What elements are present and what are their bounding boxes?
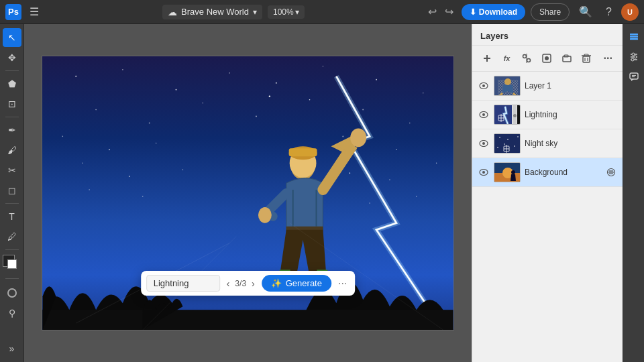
svg-point-69 xyxy=(504,78,511,85)
background-color[interactable] xyxy=(7,259,17,269)
download-button[interactable]: ⬇ Download xyxy=(462,4,525,20)
pen-tool-btn[interactable]: 🖊 xyxy=(3,227,21,246)
more-tools-btn[interactable]: » xyxy=(3,339,21,358)
generate-input[interactable] xyxy=(146,275,220,292)
svg-point-84 xyxy=(497,147,498,148)
layer-visibility-toggle-lightning[interactable] xyxy=(478,109,490,121)
svg-point-82 xyxy=(504,143,505,145)
chevron-down-icon[interactable]: ▾ xyxy=(253,7,257,17)
layers-panel-header: Layers xyxy=(472,24,623,46)
svg-point-64 xyxy=(482,84,485,87)
svg-point-42 xyxy=(258,207,272,223)
svg-point-52 xyxy=(527,59,531,62)
add-layer-button[interactable] xyxy=(478,50,496,67)
svg-point-93 xyxy=(511,170,515,174)
adjustment-button[interactable] xyxy=(517,50,536,67)
brush-tool-btn[interactable]: 🖌 xyxy=(3,141,21,160)
zoom-chevron-icon: ▾ xyxy=(295,7,299,17)
gradient-tool-btn[interactable]: ⚲ xyxy=(3,304,21,322)
select-tool-btn[interactable]: ↖ xyxy=(3,28,21,47)
help-icon[interactable]: ? xyxy=(602,3,616,21)
prev-generation-button[interactable]: ‹ xyxy=(224,277,233,290)
svg-point-22 xyxy=(82,162,83,164)
svg-point-55 xyxy=(545,56,549,60)
more-layer-options-button[interactable]: ··· xyxy=(598,50,617,67)
color-pair[interactable] xyxy=(3,255,21,274)
undo-redo-group: ↩ ↪ xyxy=(425,4,456,19)
canvas-area: ‹ 3/3 › ✨ Generate ··· xyxy=(24,24,472,362)
svg-rect-99 xyxy=(630,36,638,38)
svg-point-89 xyxy=(482,171,485,174)
generate-button[interactable]: ✨ Generate xyxy=(262,275,331,292)
layers-toolbar: fx ··· xyxy=(472,46,623,72)
zoom-level: 100% xyxy=(273,7,294,17)
tool-separator-3 xyxy=(5,203,19,204)
svg-point-18 xyxy=(156,143,156,143)
next-generation-button[interactable]: › xyxy=(249,277,258,290)
right-icons-panel xyxy=(623,24,644,362)
svg-rect-50 xyxy=(484,58,490,59)
svg-point-20 xyxy=(396,149,397,151)
search-icon[interactable]: 🔍 xyxy=(575,3,596,21)
text-tool-btn[interactable]: T xyxy=(3,207,21,226)
svg-point-14 xyxy=(362,109,364,111)
layer-row-background[interactable]: Background xyxy=(472,158,623,187)
layer-row-lightning[interactable]: Lightning xyxy=(472,101,623,129)
generate-label: Generate xyxy=(286,278,322,288)
hamburger-menu[interactable]: ☰ xyxy=(27,3,42,21)
layers-panel-icon[interactable] xyxy=(625,28,643,46)
svg-point-19 xyxy=(342,135,343,137)
cloud-icon: ☁ xyxy=(168,7,177,17)
layer-visibility-toggle-layer1[interactable] xyxy=(478,80,490,92)
svg-rect-45 xyxy=(43,310,453,330)
zoom-control[interactable]: 100% ▾ xyxy=(268,5,305,19)
layer-name-lightning: Lightning xyxy=(525,110,617,119)
layers-list: Layer 1 xyxy=(472,72,623,362)
layer-thumbnail-lightning xyxy=(494,105,521,125)
properties-panel-icon[interactable] xyxy=(625,48,643,66)
group-layers-button[interactable] xyxy=(557,50,576,67)
svg-point-8 xyxy=(423,93,424,94)
user-avatar[interactable]: U xyxy=(621,3,639,21)
delete-layer-button[interactable] xyxy=(578,50,596,67)
svg-point-12 xyxy=(256,116,257,117)
lasso-tool-btn[interactable]: ⬟ xyxy=(3,74,21,93)
layer-name-background: Background xyxy=(525,168,601,177)
generate-toolbar: ‹ 3/3 › ✨ Generate ··· xyxy=(141,271,356,296)
svg-point-41 xyxy=(350,128,366,147)
clone-tool-btn[interactable]: ✂ xyxy=(3,161,21,180)
svg-point-11 xyxy=(203,103,203,103)
svg-rect-100 xyxy=(630,34,638,36)
svg-point-32 xyxy=(369,202,370,204)
svg-point-27 xyxy=(389,179,390,180)
share-button[interactable]: Share xyxy=(531,3,570,21)
eyedropper-tool-btn[interactable]: ✒ xyxy=(3,121,21,139)
doc-info: ☁ Brave New World ▾ xyxy=(162,5,262,19)
svg-rect-58 xyxy=(583,56,590,62)
move-tool-btn[interactable]: ✥ xyxy=(3,48,21,67)
layer-thumbnail-background xyxy=(494,162,521,182)
effects-button[interactable]: fx xyxy=(498,50,517,67)
more-options-button[interactable]: ··· xyxy=(335,276,350,291)
layer-settings-icon[interactable] xyxy=(605,166,617,178)
svg-point-15 xyxy=(409,123,410,123)
layer-visibility-toggle-background[interactable] xyxy=(478,166,490,178)
layer-visibility-toggle-nightsky[interactable] xyxy=(478,137,490,149)
circle-tool-btn[interactable] xyxy=(3,284,21,302)
layer-thumbnail-layer1 xyxy=(494,76,521,96)
tool-separator-5 xyxy=(5,278,19,279)
svg-point-24 xyxy=(182,169,183,170)
crop-tool-btn[interactable]: ⊡ xyxy=(3,95,21,113)
svg-point-33 xyxy=(416,196,417,196)
layer-row-layer1[interactable]: Layer 1 xyxy=(472,72,623,101)
svg-point-17 xyxy=(109,149,110,150)
eraser-tool-btn[interactable]: ◻ xyxy=(3,181,21,200)
layer-row-nightsky[interactable]: Night sky xyxy=(472,129,623,158)
generation-counter: 3/3 xyxy=(235,279,246,288)
canvas-container: ‹ 3/3 › ✨ Generate ··· xyxy=(42,56,454,330)
undo-button[interactable]: ↩ xyxy=(425,4,439,19)
comments-panel-icon[interactable] xyxy=(625,68,643,86)
mask-button[interactable] xyxy=(537,50,556,67)
foreground-color[interactable] xyxy=(3,255,15,267)
redo-button[interactable]: ↪ xyxy=(442,4,456,19)
